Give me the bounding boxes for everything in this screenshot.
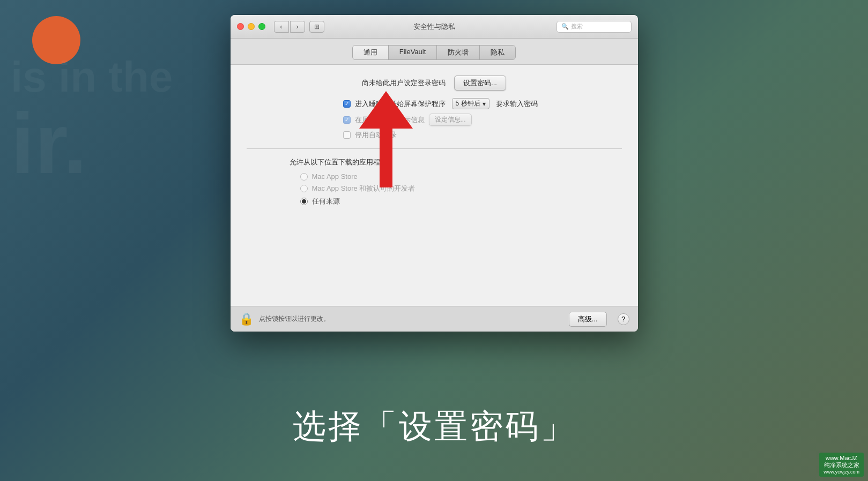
search-box[interactable]: 🔍 搜索: [557, 21, 632, 33]
download-section: 允许从以下位置下载的应用程序： Mac App Store Mac App St…: [247, 157, 622, 206]
tab-general[interactable]: 通用: [353, 46, 389, 59]
set-password-button[interactable]: 设置密码...: [454, 76, 506, 91]
radio-mac-app-store-label: Mac App Store: [312, 172, 358, 181]
download-label: 允许从以下位置下载的应用程序：: [290, 157, 622, 167]
radio-identified-developers-label: Mac App Store 和被认可的开发者: [312, 184, 416, 193]
set-message-button[interactable]: 设定信息...: [429, 114, 472, 126]
disable-autologin-label: 停用自动登录: [355, 130, 397, 140]
maximize-button[interactable]: [258, 23, 265, 30]
search-icon: 🔍: [561, 23, 569, 30]
dropdown-arrow-icon: ▾: [483, 100, 486, 108]
sleep-duration-dropdown[interactable]: 5 秒钟后 ▾: [452, 98, 489, 109]
bottom-title: 选择「设置密码」: [0, 404, 868, 449]
nav-buttons: ‹ ›: [274, 21, 305, 33]
radio-anywhere[interactable]: 任何来源: [300, 197, 622, 206]
tabs-area: 通用 FileVault 防火墙 隐私: [231, 39, 638, 65]
tab-privacy[interactable]: 隐私: [480, 46, 515, 59]
back-button[interactable]: ‹: [274, 21, 289, 33]
watermark-line2: 纯净系统之家: [824, 461, 859, 469]
show-message-label: 在屏幕锁定时显示信息: [355, 115, 425, 125]
advanced-button[interactable]: 高级...: [569, 312, 607, 327]
sleep-label-after: 要求输入密码: [496, 99, 538, 109]
tab-firewall[interactable]: 防火墙: [437, 46, 480, 59]
disable-autologin-checkbox-row: 停用自动登录: [343, 130, 622, 140]
section-divider: [247, 148, 622, 149]
tab-filevault[interactable]: FileVault: [389, 46, 437, 59]
title-bar: ‹ › ⊞ 安全性与隐私 🔍 搜索: [231, 15, 638, 39]
search-placeholder: 搜索: [571, 22, 583, 31]
forward-button[interactable]: ›: [290, 21, 305, 33]
radio-anywhere-btn[interactable]: [300, 198, 308, 205]
traffic-lights: [237, 23, 265, 30]
watermark-line3: www.ycwjzy.com: [824, 469, 859, 475]
content-area: 尚未给此用户设定登录密码 设置密码... ✓ 进入睡眠或开始屏幕保护程序 5 秒…: [231, 65, 638, 306]
password-section: 尚未给此用户设定登录密码 设置密码...: [247, 76, 622, 91]
show-message-checkbox[interactable]: ✓: [343, 116, 351, 124]
tab-group: 通用 FileVault 防火墙 隐私: [352, 45, 516, 60]
disable-autologin-checkbox[interactable]: [343, 131, 351, 139]
radio-mac-app-store-btn[interactable]: [300, 173, 308, 181]
sleep-checkbox[interactable]: ✓: [343, 100, 351, 108]
radio-identified-developers-btn[interactable]: [300, 185, 308, 192]
bottom-bar: 🔒 点按锁按钮以进行更改。 高级... ?: [231, 306, 638, 332]
radio-anywhere-label: 任何来源: [312, 197, 340, 206]
window-title: 安全性与隐私: [413, 22, 455, 32]
minimize-button[interactable]: [248, 23, 255, 30]
background-text-art: is in the ir.: [0, 0, 268, 214]
sleep-checkbox-row: ✓ 进入睡眠或开始屏幕保护程序 5 秒钟后 ▾ 要求输入密码: [343, 98, 622, 109]
close-button[interactable]: [237, 23, 244, 30]
help-button[interactable]: ?: [618, 313, 629, 325]
sleep-label-before: 进入睡眠或开始屏幕保护程序: [355, 99, 446, 109]
radio-identified-developers[interactable]: Mac App Store 和被认可的开发者: [300, 184, 622, 193]
lock-text: 点按锁按钮以进行更改。: [259, 314, 330, 324]
lock-icon: 🔒: [239, 312, 254, 326]
sleep-duration-value: 5 秒钟后: [456, 99, 480, 108]
watermark-line1: www.MacJZ: [826, 455, 857, 461]
show-message-checkbox-row: ✓ 在屏幕锁定时显示信息 设定信息...: [343, 114, 622, 126]
system-preferences-window: ‹ › ⊞ 安全性与隐私 🔍 搜索 通用 FileVault 防火墙 隐私 尚未…: [231, 15, 638, 332]
watermark: www.MacJZ 纯净系统之家 www.ycwjzy.com: [819, 453, 864, 477]
lock-container[interactable]: 🔒 点按锁按钮以进行更改。: [239, 312, 330, 326]
radio-mac-app-store[interactable]: Mac App Store: [300, 172, 622, 181]
grid-view-button[interactable]: ⊞: [309, 21, 324, 33]
password-label: 尚未给此用户设定登录密码: [362, 78, 446, 88]
